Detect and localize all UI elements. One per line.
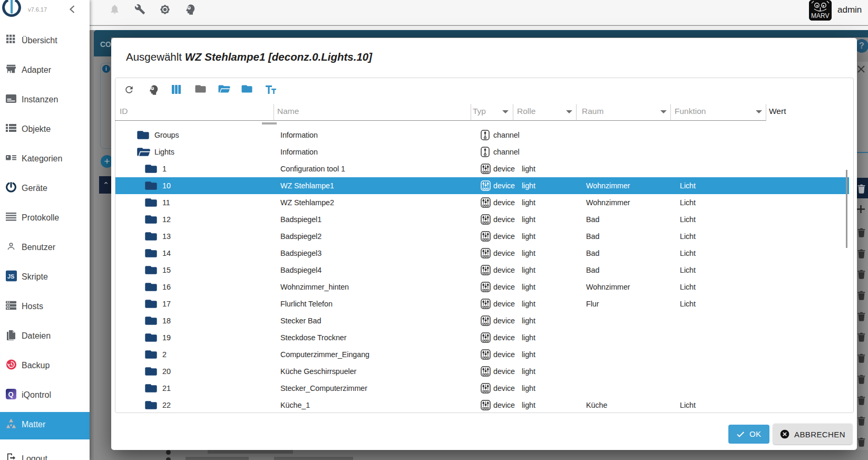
svg-text:MARV: MARV: [811, 12, 829, 20]
svg-text:JS: JS: [7, 273, 14, 280]
svg-text:Q: Q: [8, 390, 13, 398]
